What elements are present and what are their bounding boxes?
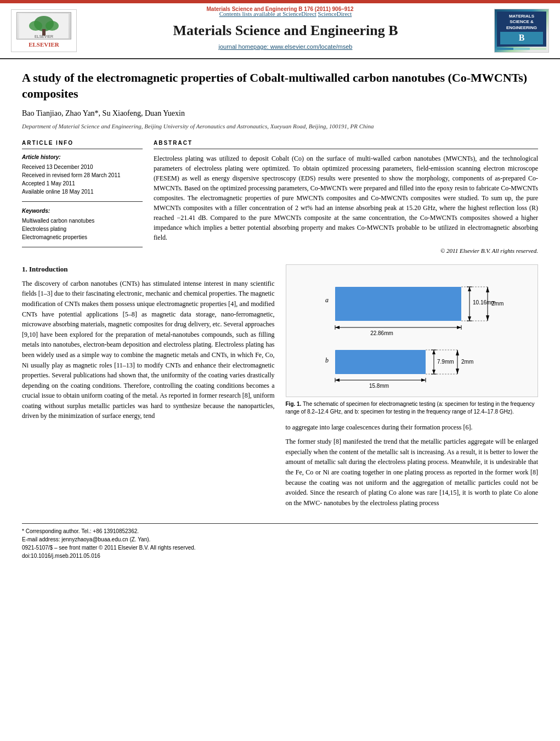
elsevier-logo-image: ELSEVIER xyxy=(16,12,71,39)
received-date: Received 13 December 2010 xyxy=(22,163,143,171)
issn-line: 0921-5107/$ – see front matter © 2011 El… xyxy=(22,544,538,552)
svg-marker-32 xyxy=(432,370,435,374)
svg-marker-12 xyxy=(468,316,471,321)
body-left: 1. Introduction The discovery of carbon … xyxy=(22,264,275,513)
svg-marker-44 xyxy=(456,350,459,355)
body-section: 1. Introduction The discovery of carbon … xyxy=(22,264,538,513)
elsevier-brand: ELSEVIER xyxy=(29,41,59,49)
divider-2 xyxy=(22,247,143,247)
email: E-mail address: jennyzhaoya@buaa.edu.cn … xyxy=(22,535,538,544)
journal-header: Materials Science and Engineering B 176 … xyxy=(0,3,560,59)
elsevier-logo: ELSEVIER ELSEVIER xyxy=(11,9,77,52)
svg-rect-27 xyxy=(335,350,426,374)
svg-marker-17 xyxy=(335,326,340,329)
keywords-section: Keywords: Multiwalled carbon nanotubes E… xyxy=(22,207,143,241)
svg-text:2mm: 2mm xyxy=(461,359,473,365)
divider xyxy=(22,201,143,202)
corresponding-author: * Corresponding author. Tel.: +86 139108… xyxy=(22,527,538,535)
figure-1: a 10.16mm xyxy=(286,264,539,416)
abstract-text: Electroless plating was utilized to depo… xyxy=(154,154,538,242)
article-info-heading: ARTICLE INFO xyxy=(22,139,143,149)
issue-reference: Materials Science and Engineering B 176 … xyxy=(207,5,354,13)
keyword-2: Electroless plating xyxy=(22,225,143,233)
intro-paragraph-1: The discovery of carbon nanotubes (CNTs)… xyxy=(22,279,275,421)
body-right: a 10.16mm xyxy=(286,264,539,513)
keyword-list: Multiwalled carbon nanotubes Electroless… xyxy=(22,217,143,241)
svg-text:a: a xyxy=(325,296,329,304)
keyword-1: Multiwalled carbon nanotubes xyxy=(22,217,143,225)
right-logo-title: MATERIALSSCIENCE &ENGINEERING xyxy=(500,14,543,31)
figure-box: a 10.16mm xyxy=(286,264,539,397)
intro-paragraph-right-2: The former study [8] manifested the tren… xyxy=(286,437,539,508)
article-info: ARTICLE INFO Article history: Received 1… xyxy=(22,139,143,255)
svg-marker-45 xyxy=(456,369,459,374)
svg-text:7.9mm: 7.9mm xyxy=(437,359,454,365)
history-label: Article history: xyxy=(22,154,143,161)
footnote-section: * Corresponding author. Tel.: +86 139108… xyxy=(22,523,538,560)
svg-rect-7 xyxy=(335,287,461,321)
svg-point-4 xyxy=(46,21,59,31)
journal-title: Materials Science and Engineering B xyxy=(88,21,483,41)
journal-center: Contents lists available at ScienceDirec… xyxy=(77,10,494,51)
svg-marker-31 xyxy=(432,350,435,354)
copyright: © 2011 Elsevier B.V. All rights reserved… xyxy=(154,247,538,255)
svg-text:b: b xyxy=(325,357,329,364)
doi-line: doi:10.1016/j.mseb.2011.05.016 xyxy=(22,552,538,560)
svg-marker-38 xyxy=(421,378,426,382)
article-info-abstract-section: ARTICLE INFO Article history: Received 1… xyxy=(22,139,538,255)
affiliation: Department of Material Science and Engin… xyxy=(22,122,538,131)
svg-marker-11 xyxy=(468,287,471,291)
intro-paragraph-right: to aggregate into large coalescences dur… xyxy=(286,422,539,433)
keyword-3: Electromagnetic properties xyxy=(22,233,143,241)
article-title: A study of the electromagnetic propertie… xyxy=(22,70,538,101)
svg-text:22.86mm: 22.86mm xyxy=(370,330,393,336)
svg-text:ELSEVIER: ELSEVIER xyxy=(35,35,53,38)
authors: Bao Tianjiao, Zhao Yan*, Su Xiaofeng, Du… xyxy=(22,108,538,119)
svg-point-3 xyxy=(29,21,42,31)
fig-caption-text: The schematic of specimen for electromag… xyxy=(286,401,535,415)
svg-marker-18 xyxy=(457,326,461,329)
journal-logo-right: MATERIALSSCIENCE &ENGINEERING B xyxy=(494,9,549,53)
introduction-heading: 1. Introduction xyxy=(22,264,275,274)
fig-label: Fig. 1. xyxy=(286,401,302,407)
journal-homepage: journal homepage: www.elsevier.com/locat… xyxy=(88,43,483,51)
figure-caption: Fig. 1. The schematic of specimen for el… xyxy=(286,400,539,416)
abstract-section: ABSTRACT Electroless plating was utilize… xyxy=(154,139,538,255)
abstract-heading: ABSTRACT xyxy=(154,139,538,149)
svg-marker-37 xyxy=(335,378,340,382)
revised-date: Received in revised form 28 March 2011 xyxy=(22,171,143,179)
accepted-date: Accepted 1 May 2011 xyxy=(22,179,143,188)
svg-text:2mm: 2mm xyxy=(491,301,504,307)
history-section: Article history: Received 13 December 20… xyxy=(22,154,143,196)
right-logo-letter: B xyxy=(500,32,543,44)
keywords-label: Keywords: xyxy=(22,207,143,215)
available-date: Available online 18 May 2011 xyxy=(22,188,143,196)
main-content: A study of the electromagnetic propertie… xyxy=(0,59,560,571)
svg-marker-24 xyxy=(486,287,489,292)
svg-marker-25 xyxy=(486,315,489,321)
figure-svg: a 10.16mm xyxy=(292,270,533,391)
svg-text:15.8mm: 15.8mm xyxy=(369,383,389,389)
